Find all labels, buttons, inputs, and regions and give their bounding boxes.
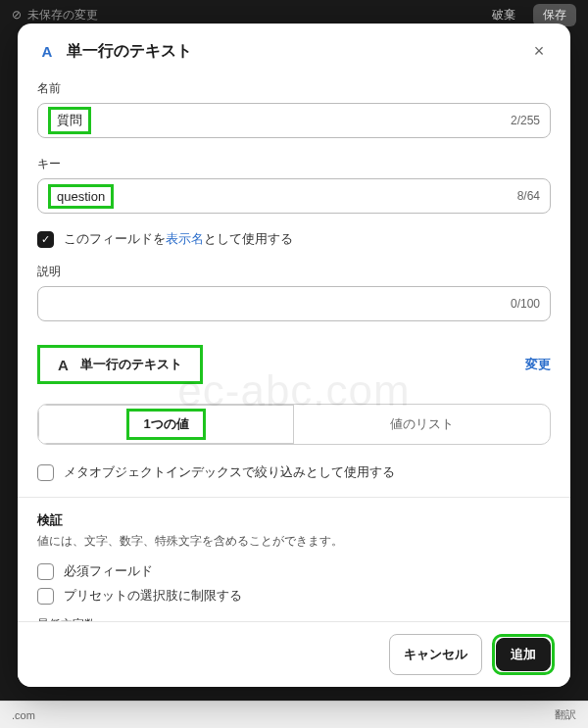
field-type-name: 単一行のテキスト <box>80 356 182 373</box>
unsaved-text: 未保存の変更 <box>27 7 98 24</box>
modal-header: A 単一行のテキスト × <box>18 24 570 76</box>
key-value: question <box>57 189 105 204</box>
change-type-link[interactable]: 変更 <box>525 356 551 373</box>
required-checkbox-row[interactable]: 必須フィールド <box>37 563 551 580</box>
modal-footer: キャンセル 追加 <box>18 621 570 687</box>
add-button[interactable]: 追加 <box>496 638 551 671</box>
modal-body: 名前 質問 2/255 キー question 8/64 ✓ このフィールドを表… <box>18 76 570 621</box>
checkbox-checked-icon[interactable]: ✓ <box>37 231 54 248</box>
key-label: キー <box>37 156 551 172</box>
key-input[interactable]: question 8/64 <box>37 178 551 214</box>
display-name-pre: このフィールドを <box>64 232 166 246</box>
checkbox-unchecked-icon[interactable] <box>37 464 54 481</box>
modal-title: 単一行のテキスト <box>67 41 517 62</box>
name-counter: 2/255 <box>511 114 540 127</box>
index-checkbox-label: メタオブジェクトインデックスで絞り込みとして使用する <box>64 464 395 481</box>
field-modal: A 単一行のテキスト × 名前 質問 2/255 キー question 8/6… <box>18 24 570 687</box>
description-input[interactable]: 0/100 <box>37 286 551 321</box>
key-counter: 8/64 <box>517 189 540 203</box>
divider <box>18 497 570 498</box>
display-name-checkbox-row[interactable]: ✓ このフィールドを表示名として使用する <box>37 231 551 248</box>
name-label: 名前 <box>37 80 551 97</box>
bottom-right-text: 翻訳 <box>555 707 576 722</box>
display-name-post: として使用する <box>204 232 293 246</box>
validation-subtitle: 値には、文字、数字、特殊文字を含めることができます。 <box>37 533 551 550</box>
preset-label: プリセットの選択肢に制限する <box>64 588 242 605</box>
name-input[interactable]: 質問 2/255 <box>37 103 551 138</box>
validation-title: 検証 <box>37 511 551 529</box>
bottom-left-text: .com <box>12 709 35 721</box>
required-label: 必須フィールド <box>64 563 153 580</box>
segment-single-label: 1つの値 <box>143 416 188 431</box>
cardinality-segment: 1つの値 値のリスト <box>37 404 551 445</box>
checkbox-unchecked-icon[interactable] <box>37 588 54 605</box>
description-counter: 0/100 <box>511 297 540 311</box>
segment-single-value[interactable]: 1つの値 <box>38 405 294 444</box>
segment-list-value[interactable]: 値のリスト <box>294 405 550 444</box>
preset-checkbox-row[interactable]: プリセットの選択肢に制限する <box>37 588 551 605</box>
display-name-link[interactable]: 表示名 <box>166 232 204 246</box>
text-type-icon: A <box>58 357 69 373</box>
field-type-badge: A 単一行のテキスト <box>46 350 194 379</box>
text-type-icon: A <box>37 41 57 61</box>
checkbox-unchecked-icon[interactable] <box>37 563 54 580</box>
bottom-strip: .com 翻訳 <box>0 701 588 728</box>
close-icon[interactable]: × <box>527 39 551 63</box>
description-label: 説明 <box>37 264 551 280</box>
cancel-button[interactable]: キャンセル <box>389 634 482 675</box>
warning-icon: ⊘ <box>12 8 22 22</box>
index-checkbox-row[interactable]: メタオブジェクトインデックスで絞り込みとして使用する <box>37 464 551 481</box>
segment-list-label: 値のリスト <box>390 415 454 433</box>
name-value: 質問 <box>57 113 82 127</box>
